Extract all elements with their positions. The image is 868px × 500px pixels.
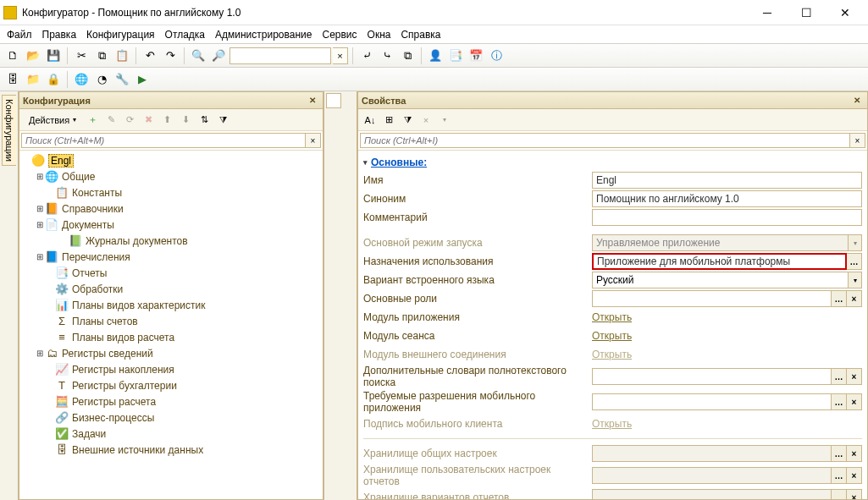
select-lang-variant[interactable]: Русский ▾ [592,272,862,288]
categories-icon[interactable]: ⊞ [380,112,397,129]
storage-rv-clear-button: × [847,489,862,499]
mobile-perms-more-button[interactable]: … [832,393,847,410]
tree-row[interactable]: ⊞📙Справочники [19,201,323,217]
tree-row[interactable]: ⊞🌐Общие [19,168,323,184]
main-roles-more-button[interactable]: … [832,290,847,307]
copy2-icon[interactable]: ⧉ [398,47,417,65]
input-name[interactable] [592,172,862,189]
link-session-module-open[interactable]: Открыть [592,330,632,342]
tree-row[interactable]: ≡Планы видов расчета [19,329,323,345]
help-icon[interactable]: ⓘ [487,47,506,65]
actions-menu-button[interactable]: Действия▾ [23,113,82,128]
section-main: Основные: [363,154,862,171]
play-icon[interactable]: ▶ [133,70,152,89]
tree-row[interactable]: ⊞🗂Регистры сведений [19,345,323,361]
find-icon[interactable]: 🔍 [189,47,207,65]
check-icon[interactable]: 📑 [446,47,465,65]
folder-icon[interactable]: 📁 [24,70,42,89]
back-icon[interactable]: ⤶ [357,47,376,65]
funnel-icon[interactable]: ⧩ [214,112,231,129]
tree-row[interactable]: 🔗Бизнес-процессы [19,409,323,426]
mobile-perms-clear-button[interactable]: × [847,393,862,410]
sort-az-icon[interactable]: A↓ [362,112,379,129]
redo-icon[interactable]: ↷ [161,47,180,65]
input-usage-purpose[interactable]: Приложение для мобильной платформы [592,253,847,270]
tree-row[interactable]: 🟡Engl [19,152,323,168]
paste-icon[interactable]: 📋 [113,47,131,65]
open-icon[interactable]: 📂 [24,47,42,65]
tree-row[interactable]: 🗄Внешние источники данных [19,442,323,458]
tree-node-label: Отчеты [72,267,107,279]
undo-icon[interactable]: ↶ [141,47,159,65]
tree-row[interactable]: ⚙️Обработки [19,281,323,297]
input-synonym[interactable] [592,190,862,207]
link-app-module-open[interactable]: Открыть [592,311,632,323]
tree-row[interactable]: ⊞📄Документы [19,217,323,233]
menu-edit[interactable]: Правка [42,29,77,41]
maximize-button[interactable]: ☐ [787,1,826,25]
tree-row[interactable]: 📗Журналы документов [19,233,323,249]
expand-icon[interactable]: ⊞ [35,204,45,213]
tree-row[interactable]: 📑Отчеты [19,265,323,281]
tree-row[interactable]: 📈Регистры накопления [19,361,323,377]
tree-search-clear-icon[interactable]: × [306,133,321,148]
expand-icon[interactable]: ⊞ [35,252,45,261]
add-icon[interactable]: ＋ [84,112,101,129]
menu-service[interactable]: Сервис [322,29,357,41]
properties-panel-close-icon[interactable]: ✕ [850,94,864,107]
config-tree[interactable]: 🟡Engl⊞🌐Общие📋Константы⊞📙Справочники⊞📄Док… [19,151,323,499]
tree-row[interactable]: 📊Планы видов характеристик [19,297,323,313]
minimize-button[interactable]: ─ [748,1,787,25]
menu-config[interactable]: Конфигурация [86,29,155,41]
splitter[interactable] [323,91,357,500]
db-icon[interactable]: 🗄 [3,70,22,89]
props-search-input[interactable] [360,133,850,148]
new-icon[interactable]: 🗋 [3,47,22,65]
props-search-clear-icon[interactable]: × [850,133,865,148]
menu-help[interactable]: Справка [401,29,440,41]
copy-icon[interactable]: ⧉ [92,47,111,65]
expand-icon[interactable]: ⊞ [35,220,45,229]
gear-icon[interactable]: 🔧 [113,70,131,89]
tree-search-input[interactable] [21,133,306,148]
lock-icon[interactable]: 🔒 [44,70,63,89]
menu-debug[interactable]: Отладка [165,29,205,41]
tree-row[interactable]: ТРегистры бухгалтерии [19,377,323,393]
tree-row[interactable]: ✅Задачи [19,426,323,442]
syntax-icon[interactable]: 👤 [426,47,445,65]
toolbar-search-input[interactable] [229,47,331,64]
menu-windows[interactable]: Окна [368,29,391,41]
vtab-configurations[interactable]: Конфигурации [2,95,16,166]
main-roles-clear-button[interactable]: × [847,290,862,307]
sort-icon[interactable]: ⇅ [196,112,213,129]
globe-icon[interactable]: 🌐 [72,70,91,89]
fulltext-more-button[interactable]: … [832,368,847,385]
tree-row[interactable]: ⊞📘Перечисления [19,249,323,265]
config-panel-toolbar: Действия▾ ＋ ✎ ⟳ ✖ ⬆ ⬇ ⇅ ⧩ [19,109,323,131]
save-icon[interactable]: 💾 [44,47,63,65]
tree-row[interactable]: 📋Константы [19,184,323,201]
forward-icon[interactable]: ⤷ [378,47,396,65]
config-panel-close-icon[interactable]: ✕ [306,94,319,107]
tree-row[interactable]: ΣПланы счетов [19,313,323,329]
calendar-icon[interactable]: 📅 [467,47,485,65]
input-comment[interactable] [592,209,862,226]
toolbar-search-clear-icon[interactable]: × [333,47,348,64]
pie-icon[interactable]: ◔ [92,70,111,89]
fulltext-clear-button[interactable]: × [847,368,862,385]
cut-icon[interactable]: ✂ [72,47,91,65]
zoom-icon[interactable]: 🔎 [209,47,228,65]
chevron-down-icon[interactable]: ▾ [848,272,861,288]
filter-icon[interactable]: ⧩ [399,112,416,129]
close-button[interactable]: ✕ [826,1,865,25]
input-main-roles[interactable] [592,290,832,307]
tree-row[interactable]: 🧮Регистры расчета [19,393,323,409]
usage-purpose-more-button[interactable]: … [847,253,862,270]
expand-icon[interactable]: ⊞ [35,172,45,181]
splitter-tab-icon[interactable] [326,93,341,108]
expand-icon[interactable]: ⊞ [35,349,45,358]
input-mobile-perms[interactable] [592,393,832,410]
menu-file[interactable]: Файл [7,29,32,41]
input-fulltext-dict[interactable] [592,368,832,385]
menu-admin[interactable]: Администрирование [215,29,312,41]
